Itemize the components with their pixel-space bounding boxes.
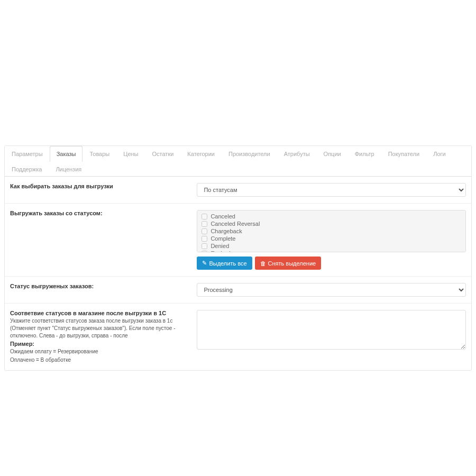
tab-12[interactable]: Поддержка [5,161,49,177]
tab-1[interactable]: Заказы [50,146,83,162]
status-item[interactable]: Canceled Reversal [202,220,461,227]
deselect-all-button[interactable]: 🗑 Снять выделение [255,257,322,270]
mapping-textarea[interactable] [197,310,466,350]
example-label: Пример: [10,341,34,347]
status-label: Chargeback [210,228,242,234]
status-label: Complete [210,235,235,242]
trash-icon: 🗑 [260,260,266,267]
label-how-select: Как выбирать заказы для выгрузки [10,183,197,197]
status-checkbox[interactable] [202,228,207,234]
status-item[interactable]: Chargeback [202,227,461,235]
status-list[interactable]: CanceledCanceled ReversalChargebackCompl… [197,210,466,252]
status-item[interactable]: Expired [202,250,461,252]
row-uploaded-status: Статус выгруженых заказов: Processing [5,277,471,304]
select-all-button[interactable]: ✎ Выделить все [197,257,252,270]
row-how-select: Как выбирать заказы для выгрузки По стат… [5,177,471,204]
status-label: Denied [210,243,229,249]
pencil-icon: ✎ [202,260,207,267]
tab-4[interactable]: Остатки [145,146,181,162]
status-checkbox[interactable] [202,236,207,242]
status-item[interactable]: Complete [202,235,461,242]
status-label: Canceled Reversal [210,221,260,227]
tab-3[interactable]: Цены [116,146,145,162]
row-status-mapping: Соответвие статусов в магазине после выг… [5,304,471,370]
settings-panel: ПараметрыЗаказыТоварыЦеныОстаткиКатегори… [4,145,472,371]
status-checkbox[interactable] [202,251,207,253]
status-checkbox[interactable] [202,214,207,219]
deselect-all-label: Снять выделение [268,260,316,267]
tab-13[interactable]: Лицензия [49,161,88,177]
tab-5[interactable]: Категории [180,146,222,162]
example-line-1: Ожидаем оплату = Резервирование [10,348,191,355]
select-uploaded-status[interactable]: Processing [197,283,466,297]
row-upload-status: Выгружать заказы со статусом: CanceledCa… [5,204,471,277]
status-item[interactable]: Canceled [202,213,461,220]
example-line-2: Оплачено = В обработке [10,356,191,364]
label-upload-status: Выгружать заказы со статусом: [10,210,197,270]
label-status-mapping: Соответвие статусов в магазине после выг… [10,310,197,364]
tabs-bar: ПараметрыЗаказыТоварыЦеныОстаткиКатегори… [5,146,471,177]
select-all-label: Выделить все [209,260,246,267]
status-checkbox[interactable] [202,221,207,227]
tab-2[interactable]: Товары [83,146,116,162]
tab-11[interactable]: Логи [426,146,453,162]
tab-9[interactable]: Фильтр [348,146,381,162]
status-label: Canceled [210,213,235,219]
label-uploaded-status: Статус выгруженых заказов: [10,283,197,297]
select-how-select[interactable]: По статусам [197,183,466,197]
status-item[interactable]: Denied [202,242,461,250]
tab-6[interactable]: Производители [222,146,277,162]
tab-7[interactable]: Атрибуты [277,146,317,162]
status-label: Expired [210,250,230,252]
mapping-title: Соответвие статусов в магазине после выг… [10,310,191,316]
tab-0[interactable]: Параметры [5,146,50,162]
mapping-help: Укажите соответствия статусов заказа пос… [10,317,191,340]
tab-8[interactable]: Опции [317,146,348,162]
tab-10[interactable]: Покупатели [381,146,427,162]
status-checkbox[interactable] [202,243,207,249]
